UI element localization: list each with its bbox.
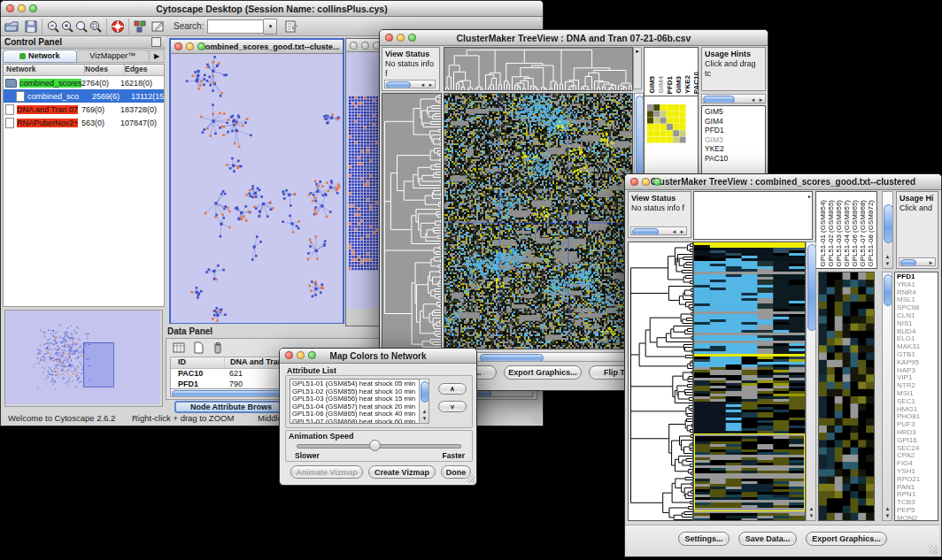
move-up-button[interactable]: ∧ [438,383,467,395]
tv2-save-data-button[interactable]: Save Data... [738,532,797,546]
attribute-browser-icon[interactable] [284,19,298,34]
map-colors-dialog: Map Colors to Network Attribute List GPL… [279,348,477,486]
tv1-row-label[interactable]: GIM4 [705,117,765,127]
save-session-icon[interactable] [24,19,38,34]
view-status-text: No status info f [631,203,684,212]
treeview1-title: ClusterMaker TreeView : DNA and Tran 07-… [457,33,691,43]
tv2-hints-scrollbar[interactable]: ▸ [899,257,936,266]
tv2-mini-arrow[interactable]: ▸ [808,193,811,199]
tv2-row-dendrogram[interactable] [628,242,693,521]
tv2-top-vscrollbar[interactable]: ▴▾ [882,191,893,269]
zoom-window-icon[interactable] [308,351,316,359]
minimize-icon[interactable] [186,42,194,50]
minimize-icon[interactable] [361,42,369,50]
treeview1-titlebar[interactable]: ClusterMaker TreeView : DNA and Tran 07-… [380,30,768,46]
treeview2-titlebar[interactable]: ClusterMaker TreeView : combined_scores_… [625,174,941,190]
zoom-window-icon[interactable] [29,4,37,12]
tv1-row-label[interactable]: GIM3 [705,135,765,145]
attribute-select-icon[interactable] [172,341,186,355]
overview-canvas[interactable] [5,311,160,404]
zoom-window-icon[interactable] [408,34,416,42]
close-icon[interactable] [6,4,14,12]
status-welcome: Welcome to Cytoscape 2.6.2 [8,413,115,423]
network-window-1[interactable]: combined_scores_good.txt--cluste... [169,38,344,324]
tv2-col-label: GPL51-03 (GSM856) [835,200,843,267]
resize-grip[interactable] [466,474,475,483]
zoom-window-icon[interactable] [197,42,205,50]
close-icon[interactable] [285,351,293,359]
help-lifesaver-icon[interactable] [111,19,125,34]
tv2-settings-button[interactable]: Settings... [678,532,730,546]
search-input[interactable] [207,19,264,34]
tv1-column-dendrogram[interactable] [444,47,633,91]
network-row[interactable]: RNAPuberNov2+ 563(0) 107847(0) [4,116,164,129]
tv2-col-label: GPL51-08 (GSM872) [867,200,875,267]
tab-network[interactable]: Network [3,50,77,63]
resize-grip[interactable] [929,545,938,554]
attribute-item[interactable]: GPL51-07 (GSM868) heat shock 60 min [292,418,429,425]
tv1-row-dendrogram[interactable] [382,93,442,349]
zoom-selected-icon[interactable] [74,19,89,34]
vizmapper-icon[interactable] [133,19,147,34]
zoom-window-icon[interactable] [653,178,661,186]
tv2-vscrollbar[interactable]: ▴▾ [806,242,816,521]
gene-label[interactable]: MON2 [897,515,938,521]
tv1-row-label[interactable]: PFD1 [705,126,765,135]
float-panel-icon[interactable] [151,37,161,47]
usage-hints-title: Usage Hi [900,194,934,203]
network-tab-icon [19,53,26,59]
minimize-icon[interactable] [18,4,26,12]
network-canvas-1[interactable] [171,54,343,323]
minimize-icon[interactable] [397,34,405,42]
tv2-zoom-heatmap[interactable] [818,272,875,521]
tv1-row-label[interactable]: YKE2 [705,144,765,154]
zoom-out-icon[interactable] [46,19,60,34]
move-down-button[interactable]: v [438,401,467,412]
tv1-export-graphics-button[interactable]: Export Graphics... [504,365,582,380]
tv2-col-label: GPL51-07 (GSM868) [859,200,867,267]
new-attribute-icon[interactable] [191,341,205,355]
dialog-titlebar[interactable]: Map Colors to Network [280,349,476,364]
resize-grip[interactable] [532,415,541,424]
search-dropdown-icon[interactable]: ▾ [264,19,277,35]
close-icon[interactable] [630,178,638,186]
close-icon[interactable] [385,34,393,42]
dialog-attribute-list[interactable]: GPL51-01 (GSM854) heat shock 05 minGPL51… [290,379,429,424]
network-row[interactable]: DNA and Tran 07 769(0) 183728(0) [4,103,164,116]
dialog-list-scrollbar[interactable]: ▴▾ [419,379,429,424]
close-icon[interactable] [174,42,182,50]
zoom-in-icon[interactable] [60,19,74,34]
close-icon[interactable] [350,42,358,50]
network-overview[interactable] [4,310,163,407]
tv1-hints-scrollbar[interactable]: ◂▸ [701,94,766,104]
minimize-icon[interactable] [642,178,650,186]
tv2-gene-scrollbar[interactable]: ▴▾ [882,272,892,521]
minimize-icon[interactable] [297,351,305,359]
network-list[interactable]: Network Nodes Edges combined_scores 2764… [3,64,165,307]
create-vizmap-button[interactable]: Create Vizmap [368,465,436,479]
main-titlebar[interactable]: Cytoscape Desktop (Session Name: collins… [1,1,543,17]
tv2-status-scrollbar[interactable]: ◂▸ [630,226,687,235]
tv1-usage-hints-panel: Usage Hints Click and drag tc [701,47,766,91]
tv1-heatmap[interactable] [444,93,633,349]
delete-attribute-icon[interactable] [211,341,225,355]
tab-overflow-icon[interactable]: ▶ [150,50,165,63]
tab-vizmapper[interactable]: VizMapper™ [77,50,151,63]
tv1-row-label[interactable]: GIM5 [705,107,765,117]
tv2-export-graphics-button[interactable]: Export Graphics... [806,532,887,546]
tv2-gene-list[interactable]: PFD1YRA1RNR4MSL1SPC98CLN1NIS1BUD4ELG1MAK… [894,272,938,521]
tv1-mini-arrows[interactable]: ▸ [633,47,642,89]
open-file-icon[interactable] [4,19,19,34]
tv1-row-label[interactable]: PAC10 [705,154,765,164]
speed-slider-thumb[interactable] [369,440,381,451]
network-row[interactable]: combined_sco 2569(6) 13112(15) [4,89,164,103]
window-controls[interactable] [6,4,37,12]
tv2-heatmap[interactable] [693,242,806,521]
network-row[interactable]: combined_scores 2764(0) 16218(0) [4,76,164,89]
tv1-similarity-matrix[interactable] [647,104,686,143]
tv1-row-labels[interactable]: GIM5GIM4PFD1GIM3YKE2PAC10 [701,105,766,180]
annotation-icon[interactable] [151,19,165,34]
zoom-fit-icon[interactable] [89,19,103,34]
tv1-status-scrollbar[interactable]: ◂▸ [384,80,436,88]
tv1-col-labels: GIM5GIM4PFD1GIM3YKE2PAC10 [648,50,700,94]
